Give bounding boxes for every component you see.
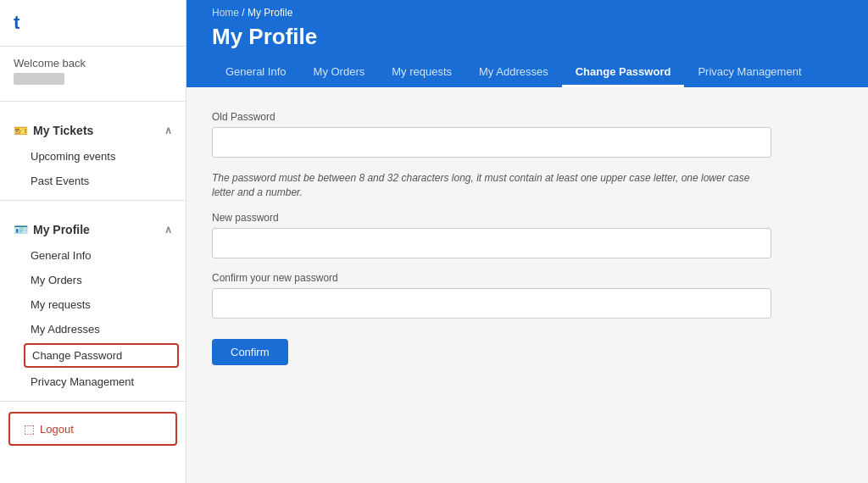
tickets-icon: 🎫 (14, 124, 28, 137)
breadcrumb: Home / My Profile (212, 7, 843, 19)
breadcrumb-current: My Profile (248, 7, 292, 19)
tickets-section-label: My Tickets (33, 124, 93, 137)
tab-change-password[interactable]: Change Password (562, 58, 685, 87)
logout-button[interactable]: ⬚ Logout (8, 412, 177, 446)
new-password-group: New password (212, 212, 843, 258)
page-title: My Profile (212, 24, 843, 50)
profile-section-label: My Profile (33, 223, 90, 236)
main-content: Home / My Profile My Profile General Inf… (186, 0, 868, 483)
confirm-button[interactable]: Confirm (212, 339, 288, 365)
sidebar-section-profile-header[interactable]: 🪪 My Profile ∧ (14, 219, 172, 240)
sidebar-welcome: Welcome back (0, 47, 186, 94)
logout-icon: ⬚ (24, 422, 35, 436)
sidebar-item-general-info[interactable]: General Info (0, 243, 186, 268)
divider-2 (0, 200, 186, 201)
confirm-password-label: Confirm your new password (212, 272, 843, 284)
confirm-password-group: Confirm your new password (212, 272, 843, 319)
logout-label: Logout (40, 423, 74, 436)
sidebar-item-my-requests[interactable]: My requests (0, 292, 186, 317)
tab-my-orders[interactable]: My Orders (300, 58, 379, 87)
sidebar-item-my-addresses[interactable]: My Addresses (0, 317, 186, 341)
profile-icon: 🪪 (14, 223, 28, 236)
tab-general-info[interactable]: General Info (212, 58, 300, 87)
sidebar-section-tickets: 🎫 My Tickets ∧ (0, 108, 186, 144)
sidebar-item-privacy-management[interactable]: Privacy Management (0, 369, 186, 394)
password-hint: The password must be between 8 and 32 ch… (212, 171, 771, 200)
confirm-password-input[interactable] (212, 288, 771, 319)
sidebar-section-profile: 🪪 My Profile ∧ (0, 208, 186, 243)
form-area: Old Password The password must be betwee… (186, 87, 868, 483)
tab-my-requests[interactable]: My requests (378, 58, 465, 87)
tickets-chevron-icon: ∧ (164, 125, 172, 136)
old-password-group: Old Password (212, 111, 843, 158)
profile-chevron-icon: ∧ (164, 224, 172, 236)
sidebar-section-tickets-header[interactable]: 🎫 My Tickets ∧ (14, 120, 172, 141)
tab-my-addresses[interactable]: My Addresses (465, 58, 562, 87)
new-password-input[interactable] (212, 228, 771, 258)
sidebar-logo: t (0, 0, 186, 47)
sidebar-item-past-events[interactable]: Past Events (0, 169, 186, 193)
main-header: Home / My Profile My Profile General Inf… (186, 0, 868, 87)
nav-tabs: General Info My Orders My requests My Ad… (212, 58, 843, 87)
divider-1 (0, 101, 186, 102)
tab-privacy-management[interactable]: Privacy Management (684, 58, 815, 87)
new-password-label: New password (212, 212, 843, 224)
breadcrumb-home[interactable]: Home (212, 7, 239, 19)
divider-3 (0, 401, 186, 402)
sidebar-item-upcoming-events[interactable]: Upcoming events (0, 144, 186, 169)
sidebar-item-my-orders[interactable]: My Orders (0, 268, 186, 292)
old-password-label: Old Password (212, 111, 843, 123)
old-password-input[interactable] (212, 127, 771, 158)
user-name-placeholder (14, 73, 64, 85)
welcome-label: Welcome back (14, 57, 86, 69)
sidebar-item-change-password[interactable]: Change Password (24, 343, 179, 368)
sidebar: t Welcome back 🎫 My Tickets ∧ Upcoming e… (0, 0, 186, 483)
